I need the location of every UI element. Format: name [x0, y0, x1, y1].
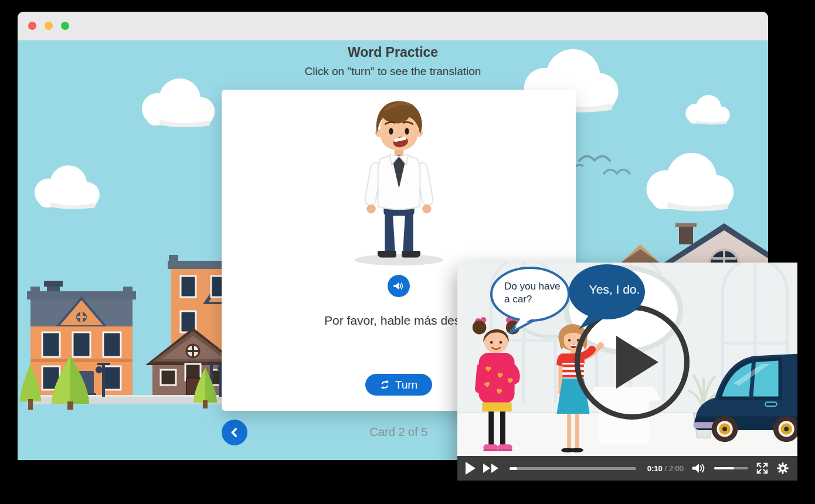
fullscreen-icon: [756, 462, 769, 475]
speech-bubble-right: [566, 263, 651, 332]
play-circle-icon: [616, 336, 658, 389]
volume-button[interactable]: [691, 462, 707, 474]
car-illustration: [692, 343, 797, 449]
audio-button[interactable]: [388, 275, 410, 297]
title-bar: [18, 12, 768, 40]
screenshot-root: { "window": { "traffic_lights": { "close…: [0, 0, 815, 504]
man-illustration: [351, 97, 447, 267]
minimize-button[interactable]: [45, 22, 53, 30]
fullscreen-button[interactable]: [756, 462, 769, 475]
girl-illustration: [464, 316, 534, 456]
close-button[interactable]: [28, 22, 36, 30]
speech-bubble-right-text: Yes, I do.: [582, 282, 647, 297]
sync-icon: [380, 380, 390, 390]
volume-icon: [691, 462, 707, 474]
cloud-illustration: [135, 76, 218, 130]
flashcard-phrase: Por favor, hable más despa: [324, 312, 474, 329]
right-house-illustration: [610, 223, 768, 264]
time-display: 0:10 / 2:00: [647, 464, 684, 473]
volume-slider[interactable]: [714, 467, 748, 469]
turn-button[interactable]: Turn: [365, 374, 432, 396]
play-icon[interactable]: [466, 462, 476, 475]
card-counter: Card 2 of 5: [340, 425, 457, 439]
gear-icon: [776, 462, 789, 475]
turn-button-label: Turn: [395, 379, 417, 391]
cloud-illustration: [28, 164, 103, 210]
page-subtitle: Click on "turn" to see the translation: [18, 64, 768, 79]
time-separator: /: [663, 464, 669, 473]
page-title: Word Practice: [18, 43, 768, 61]
video-controls-bar: 0:10 / 2:00: [457, 456, 797, 481]
video-scene[interactable]: Do you have a car? Yes, I do.: [457, 263, 797, 456]
back-button[interactable]: [222, 420, 247, 445]
cloud-illustration: [681, 93, 732, 126]
settings-button[interactable]: [776, 462, 789, 475]
video-player: Do you have a car? Yes, I do.: [457, 263, 797, 481]
fast-forward-icon[interactable]: [483, 464, 498, 473]
volume-fill: [714, 467, 734, 469]
time-current: 0:10: [647, 464, 663, 473]
progress-bar[interactable]: [510, 467, 636, 470]
speaker-icon: [393, 281, 405, 291]
chevron-left-icon: [228, 426, 241, 439]
progress-fill: [510, 467, 517, 470]
zoom-button[interactable]: [61, 22, 69, 30]
speech-bubble-left-text: Do you have a car?: [504, 280, 563, 306]
birds-illustration: [575, 149, 645, 184]
cloud-illustration: [638, 150, 738, 213]
time-total: 2:00: [669, 464, 684, 473]
